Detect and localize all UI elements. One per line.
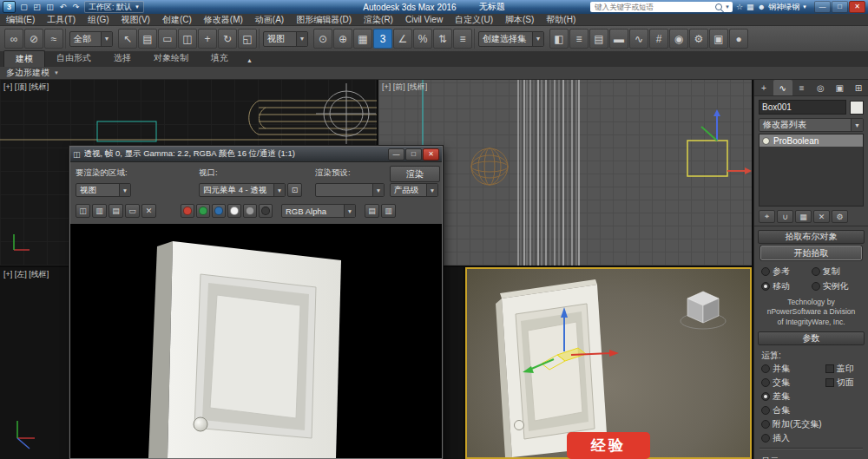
select-object-icon[interactable]: ↖ (118, 29, 137, 49)
window-crossing-icon[interactable]: ◫ (178, 29, 197, 49)
display-tab[interactable]: ▣ (830, 80, 849, 95)
menu-item[interactable]: 创建(C) (156, 14, 198, 25)
operation-radio[interactable]: 并集 (761, 363, 822, 375)
configure-modifier-sets-icon[interactable]: ⚙ (832, 210, 848, 223)
material-editor-icon[interactable]: ◉ (669, 29, 688, 49)
menu-item[interactable]: 视图(V) (115, 14, 156, 25)
area-to-render-dropdown[interactable]: 视图▼ (76, 183, 131, 197)
color-correction-icon[interactable]: ▤ (365, 204, 379, 218)
rw-close-button[interactable]: ✕ (423, 148, 439, 161)
modifier-stack-item[interactable]: ProBoolean (760, 134, 863, 147)
viewport-perspective[interactable] (465, 267, 752, 459)
application-logo-icon[interactable]: 3 (3, 1, 16, 13)
utilities-tab[interactable]: ⊞ (849, 80, 868, 95)
rollout-parameters[interactable]: 参数 (758, 331, 865, 345)
select-and-rotate-icon[interactable]: ↻ (218, 29, 237, 49)
polygon-modeling-panel-label[interactable]: 多边形建模 (6, 67, 49, 79)
apps-grid-icon[interactable]: ▦ (746, 3, 754, 11)
operation-checkbox[interactable]: 盖印 (825, 363, 861, 375)
redo-icon[interactable]: ↷ (70, 2, 82, 12)
close-button[interactable]: ✕ (849, 1, 865, 13)
viewport-front-label[interactable]: [+] [前] [线框] (382, 82, 427, 93)
reference-coordinate-dropdown[interactable]: 视图▼ (263, 31, 308, 47)
align-icon[interactable]: ≡ (569, 29, 589, 49)
render-setup-icon[interactable]: ⚙ (689, 29, 708, 49)
minimize-button[interactable]: — (814, 1, 831, 13)
pick-mode-radio[interactable]: 参考 (761, 266, 812, 278)
angle-snap-icon[interactable]: ∠ (393, 29, 412, 49)
print-image-icon[interactable]: ▭ (125, 204, 140, 218)
ribbon-tab[interactable]: 建模 (3, 50, 45, 67)
viewport-dropdown[interactable]: 四元菜单 4 - 透视▼ (199, 183, 286, 197)
bind-to-space-warp-icon[interactable]: ≈ (44, 29, 63, 49)
lock-viewport-icon[interactable]: ⊡ (287, 183, 302, 197)
snap-toggle-icon[interactable]: 3 (373, 29, 392, 49)
new-scene-icon[interactable]: ▢ (18, 2, 30, 12)
hierarchy-tab[interactable]: ≡ (792, 80, 812, 95)
modifier-list-dropdown[interactable]: 修改器列表▼ (759, 118, 864, 132)
open-file-icon[interactable]: ◰ (31, 2, 43, 12)
menu-item[interactable]: 组(G) (82, 14, 115, 25)
menu-item[interactable]: 动画(A) (249, 14, 290, 25)
schematic-view-icon[interactable]: # (649, 29, 668, 49)
ribbon-tab[interactable]: 自由形式 (45, 50, 102, 67)
pick-mode-radio[interactable]: 复制 (812, 266, 862, 278)
use-pivot-center-icon[interactable]: ⊙ (313, 29, 332, 49)
menu-item[interactable]: 工具(T) (41, 14, 82, 25)
search-icon[interactable] (715, 3, 722, 10)
selection-filter-dropdown[interactable]: 全部▼ (69, 31, 113, 47)
make-unique-icon[interactable]: ▦ (795, 210, 812, 223)
layer-manager-icon[interactable]: ▤ (589, 29, 608, 49)
white-swatch-icon[interactable] (227, 204, 241, 218)
remove-modifier-icon[interactable]: ✕ (813, 210, 830, 223)
curve-editor-icon[interactable]: ∿ (629, 29, 648, 49)
percent-snap-icon[interactable]: % (413, 29, 432, 49)
render-window-titlebar[interactable]: ◫ 透视, 帧 0, 显示 Gamma: 2.2, RGBA 颜色 16 位/通… (70, 147, 442, 162)
pin-stack-icon[interactable]: ⌖ (759, 210, 775, 223)
select-and-link-icon[interactable]: ∞ (4, 29, 23, 49)
menu-item[interactable]: 帮助(H) (540, 14, 582, 25)
menu-item[interactable]: 图形编辑器(D) (290, 14, 358, 25)
viewport-left-label[interactable]: [+] [左] [线框] (3, 269, 49, 280)
toggle-toolbar-icon[interactable]: ▥ (381, 204, 396, 218)
menu-item[interactable]: Civil View (399, 14, 449, 25)
operation-radio[interactable]: 插入 (761, 432, 822, 444)
menu-item[interactable]: 脚本(S) (499, 14, 540, 25)
menu-item[interactable]: 修改器(M) (198, 14, 249, 25)
workspace-selector[interactable]: 工作区: 默认▼ (84, 1, 144, 13)
object-name-field[interactable] (759, 100, 846, 115)
toggle-ribbon-icon[interactable]: ▬ (609, 29, 628, 49)
render-production-icon[interactable]: ● (729, 29, 748, 49)
rendered-frame-window-icon[interactable]: ▣ (709, 29, 728, 49)
select-and-manipulate-icon[interactable]: ⊕ (333, 29, 352, 49)
create-tab[interactable]: + (754, 80, 773, 95)
ribbon-collapse-icon[interactable]: ▲ (247, 57, 253, 63)
channel-display-dropdown[interactable]: RGB Alpha▼ (281, 204, 356, 218)
operation-radio[interactable]: 合集 (761, 404, 822, 416)
object-color-swatch[interactable] (850, 101, 864, 115)
named-selection-sets-dropdown[interactable]: 创建选择集▼ (478, 31, 544, 47)
edit-named-sets-icon[interactable]: ≡ (453, 29, 472, 49)
operation-radio[interactable]: 附加(无交集) (761, 418, 822, 430)
favorites-star-icon[interactable]: ☆ (736, 3, 743, 11)
blue-channel-icon[interactable] (212, 204, 226, 218)
clone-window-icon[interactable]: ▤ (108, 204, 123, 218)
clear-image-icon[interactable]: ✕ (141, 204, 156, 218)
save-file-icon[interactable]: ◫ (44, 2, 56, 12)
maximize-button[interactable]: □ (832, 1, 848, 13)
menu-item[interactable]: 渲染(R) (358, 14, 399, 25)
unlink-selection-icon[interactable]: ⊘ (24, 29, 43, 49)
mono-channel-icon[interactable] (243, 204, 257, 218)
ribbon-tab[interactable]: 填充 (200, 50, 240, 67)
select-and-move-icon[interactable]: + (198, 29, 217, 49)
menu-item[interactable]: 编辑(E) (0, 14, 41, 25)
show-end-result-icon[interactable]: ∪ (777, 210, 793, 223)
spinner-snap-icon[interactable]: ⇅ (433, 29, 452, 49)
operation-radio[interactable]: 交集 (761, 377, 822, 389)
search-input[interactable] (593, 2, 713, 12)
render-button[interactable]: 渲染 (390, 166, 440, 182)
keyboard-override-icon[interactable]: ▦ (353, 29, 372, 49)
undo-icon[interactable]: ↶ (57, 2, 69, 12)
pick-mode-radio[interactable]: 移动 (761, 280, 812, 292)
operation-radio[interactable]: 差集 (761, 390, 822, 403)
